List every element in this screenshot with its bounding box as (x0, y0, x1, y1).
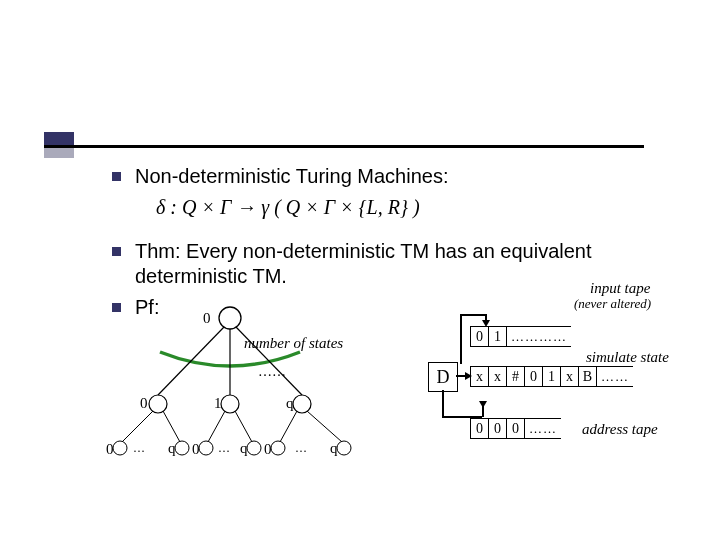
header-accent-dark (44, 132, 74, 145)
tree-dots: … (218, 441, 230, 456)
bullet-text: Non-deterministic Turing Machines: (135, 164, 448, 189)
tape-cell: 1 (489, 327, 507, 346)
tape-trail: …… (597, 367, 633, 386)
svg-point-14 (175, 441, 189, 455)
header-rule (44, 145, 644, 148)
svg-point-5 (221, 395, 239, 413)
address-tape: 0 0 0 …… (470, 418, 561, 439)
tape-cell: 0 (471, 327, 489, 346)
svg-point-4 (149, 395, 167, 413)
bullet-text: Thm: Every non-deterministic TM has an e… (135, 239, 655, 289)
tape-trail: ………… (507, 327, 571, 346)
tree-node-label: 0 (106, 441, 114, 458)
tape-label: input tape (590, 280, 650, 297)
tapes-diagram: input tape (never altered) 0 1 ………… D x … (410, 316, 710, 476)
tree-node-label: q (240, 440, 248, 457)
tape-cell: 0 (525, 367, 543, 386)
svg-line-10 (235, 411, 252, 442)
tree-dots: … (295, 441, 307, 456)
svg-point-17 (271, 441, 285, 455)
tree-note: number of states (244, 335, 343, 352)
bullet-icon (112, 172, 121, 181)
tape-cell: 0 (507, 419, 525, 438)
svg-line-12 (307, 411, 342, 442)
bullet-item: Non-deterministic Turing Machines: (112, 164, 655, 189)
tree-dots: …… (258, 364, 286, 380)
svg-point-0 (219, 307, 241, 329)
tree-node-label: q (168, 440, 176, 457)
tape-cell: # (507, 367, 525, 386)
tape-label: address tape (582, 421, 658, 438)
svg-point-16 (247, 441, 261, 455)
tape-cell: 1 (543, 367, 561, 386)
bullet-icon (112, 247, 121, 256)
transition-formula: δ : Q × Γ → γ ( Q × Γ × {L, R} ) (156, 196, 420, 219)
tape-cell: x (561, 367, 579, 386)
input-tape: 0 1 ………… (470, 326, 571, 347)
tree-node-label: 0 (203, 310, 211, 327)
bullet-item: Thm: Every non-deterministic TM has an e… (112, 239, 655, 289)
tape-label: simulate state (586, 349, 669, 366)
svg-point-18 (337, 441, 351, 455)
svg-point-6 (293, 395, 311, 413)
tree-node-label: 1 (214, 395, 222, 412)
tape-cell: 0 (489, 419, 507, 438)
controller-box: D (428, 362, 458, 392)
tree-node-label: 0 (264, 441, 272, 458)
tree-diagram: 0 number of states …… 0 1 q 0 … q 0 … q … (90, 300, 400, 470)
tree-node-label: 0 (140, 395, 148, 412)
slide: Non-deterministic Turing Machines: Thm: … (0, 0, 720, 540)
tape-cell: x (471, 367, 489, 386)
svg-line-1 (158, 327, 224, 395)
tree-dots: … (133, 441, 145, 456)
svg-line-7 (122, 411, 153, 442)
tree-node-label: q (330, 440, 338, 457)
tape-cell: B (579, 367, 597, 386)
tape-cell: 0 (471, 419, 489, 438)
tree-node-label: 0 (192, 441, 200, 458)
tape-trail: …… (525, 419, 561, 438)
svg-point-15 (199, 441, 213, 455)
simulate-tape: x x # 0 1 x B …… (470, 366, 633, 387)
svg-line-11 (280, 411, 297, 442)
tape-sublabel: (never altered) (574, 296, 651, 312)
tree-node-label: q (286, 395, 294, 412)
svg-line-8 (163, 411, 180, 442)
svg-line-9 (208, 411, 225, 442)
tape-cell: x (489, 367, 507, 386)
svg-point-13 (113, 441, 127, 455)
